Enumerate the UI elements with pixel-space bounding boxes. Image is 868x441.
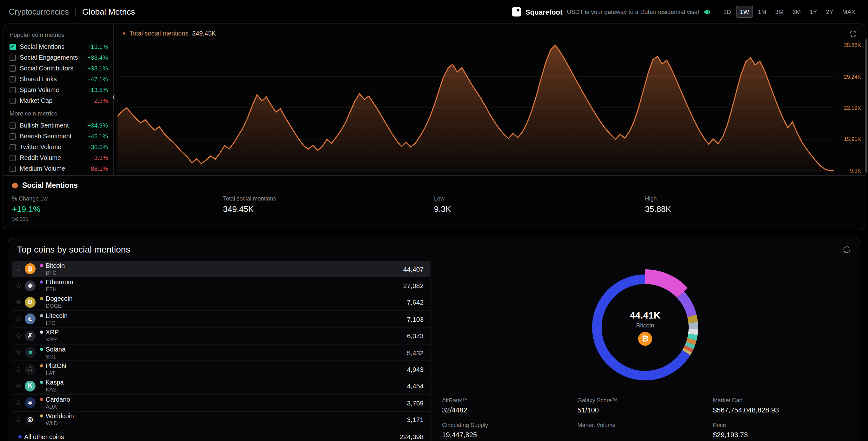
coin-row-cardano[interactable]: ☆ ∗ CardanoADA 3,769	[12, 395, 430, 411]
coin-row-ethereum[interactable]: ☆ ◆ EthereumETH 27,082	[12, 278, 430, 295]
metric-change: +45.1%	[87, 133, 108, 140]
metric-label: Spam Volume	[20, 86, 84, 93]
checkbox[interactable]: ✓	[9, 87, 16, 93]
coin-logo-dogecoin: Ð	[25, 297, 36, 308]
checkbox[interactable]: ✓	[9, 122, 16, 129]
coin-name: All other coins	[24, 433, 64, 440]
sidebar-item-bearish-sentiment[interactable]: ✓ Bearish Sentiment +45.1%	[9, 131, 113, 141]
metrics-sidebar: Popular coin metrics ✓ Social Mentions +…	[3, 24, 114, 175]
coin-name: Litecoin	[46, 312, 68, 319]
sidebar-item-bullish-sentiment[interactable]: ✓ Bullish Sentiment +34.9%	[9, 120, 113, 131]
area-chart[interactable]	[118, 43, 834, 173]
favorite-star-icon[interactable]: ☆	[13, 315, 24, 323]
sidebar-item-social-mentions[interactable]: ✓ Social Mentions +19.1%	[9, 41, 113, 52]
favorite-star-icon[interactable]: ☆	[13, 365, 24, 373]
stat-label: Galaxy Score™	[578, 397, 713, 404]
compare-icon[interactable]	[843, 245, 851, 253]
donut-chart[interactable]: 44.41K Bitcoin ₿	[585, 267, 706, 388]
stat-price: Price $29,193.73	[713, 422, 848, 438]
series-dot-icon	[12, 182, 18, 188]
favorite-star-icon[interactable]: ☆	[13, 382, 24, 390]
sidebar-item-twitter-volume[interactable]: ✓ Twitter Volume +35.5%	[9, 141, 113, 152]
promo-icon	[704, 8, 711, 15]
stat-value: 9.3K	[434, 204, 645, 214]
coin-mentions-value: 3,171	[407, 416, 424, 423]
coin-row-platon[interactable]: ☆ ∴ PlatONLAT 4,943	[12, 361, 430, 378]
range-3m[interactable]: 3M	[772, 6, 787, 18]
range-max[interactable]: MAX	[838, 6, 859, 18]
checkbox[interactable]: ✓	[9, 43, 16, 50]
stat-market-volume: Market Volume	[578, 422, 713, 438]
metric-label: Reddit Volume	[20, 154, 88, 161]
range-2y[interactable]: 2Y	[822, 6, 837, 18]
range-1m[interactable]: 1M	[754, 6, 770, 18]
sponsor-message[interactable]: USDT is your gateway to a Dubai resident…	[567, 8, 699, 15]
coin-row-worldcoin[interactable]: ☆ ◎ WorldcoinWLD 3,171	[12, 411, 430, 428]
coin-symbol: BTC	[40, 269, 65, 276]
checkbox[interactable]: ✓	[9, 133, 16, 139]
range-1d[interactable]: 1D	[719, 6, 735, 18]
coin-row-solana[interactable]: ☆ ≡ SolanaSOL 5,432	[12, 344, 430, 361]
sidebar-item-reddit-volume[interactable]: ✓ Reddit Volume -3.9%	[9, 152, 113, 163]
stat-value: 32/4482	[442, 406, 578, 414]
coin-symbol: LTC	[40, 320, 68, 326]
series-color-dot	[40, 331, 43, 334]
coin-symbol: SOL	[40, 353, 65, 360]
range-1y[interactable]: 1Y	[806, 6, 821, 18]
mentions-chart-area[interactable]: ● Total social mentions 349.45K	[114, 24, 865, 175]
metric-change: +35.5%	[87, 143, 108, 150]
sidebar-item-social-engagements[interactable]: ✓ Social Engagements +33.4%	[9, 52, 113, 63]
checkbox[interactable]: ✓	[9, 54, 16, 61]
sidebar-item-medium-volume[interactable]: ✓ Medium Volume -88.1%	[9, 163, 113, 174]
coin-symbol: XRP	[40, 337, 59, 343]
stat-low: Low 9.3K	[434, 196, 645, 222]
favorite-star-icon[interactable]: ☆	[13, 281, 24, 290]
checkbox[interactable]: ✓	[9, 97, 16, 104]
coin-logo-bitcoin: ₿	[25, 263, 36, 274]
checkbox[interactable]: ✓	[9, 144, 16, 150]
favorite-star-icon[interactable]: ☆	[13, 298, 24, 306]
sidebar-item-social-contributors[interactable]: ✓ Social Contributors +33.1%	[9, 63, 113, 74]
breadcrumb-cryptocurrencies[interactable]: Cryptocurrencies	[9, 7, 69, 16]
checkbox[interactable]: ✓	[9, 65, 16, 71]
stat-value: $567,754,048,828.93	[713, 406, 848, 414]
sidebar-item-spam-volume[interactable]: ✓ Spam Volume +13.5%	[9, 84, 113, 95]
sidebar-item-market-cap[interactable]: ✓ Market Cap -2.9%	[9, 95, 113, 106]
sidebar-collapse-button[interactable]: ‹	[109, 89, 118, 104]
coin-row-bitcoin[interactable]: ☆ ₿ BitcoinBTC 44,407	[12, 261, 430, 278]
stat-label: % Change 1w	[12, 196, 223, 202]
stat-sub-value: 56,031	[12, 216, 223, 222]
coin-list: ☆ ₿ BitcoinBTC 44,407 ☆ ◆ EthereumETH 27…	[8, 260, 431, 441]
coin-row-kaspa[interactable]: ☆ K KaspaKAS 4,454	[12, 378, 430, 395]
favorite-star-icon[interactable]: ☆	[13, 332, 24, 340]
checkbox[interactable]: ✓	[9, 155, 16, 161]
coin-row-dogecoin[interactable]: ☆ Ð DogecoinDOGE 7,642	[12, 295, 430, 311]
metric-change: +33.1%	[87, 65, 108, 72]
y-axis-label: 22.59K	[844, 105, 861, 111]
stat-label: Low	[434, 196, 645, 202]
checkbox[interactable]: ✓	[9, 165, 16, 172]
coin-logo-platon: ∴	[25, 364, 36, 375]
series-color-dot	[40, 414, 43, 417]
range-6m[interactable]: 6M	[788, 6, 805, 18]
metric-label: Social Engagements	[20, 54, 84, 61]
coin-symbol: DOGE	[40, 303, 73, 309]
favorite-star-icon[interactable]: ☆	[13, 399, 24, 407]
favorite-star-icon[interactable]: ☆	[13, 348, 24, 357]
favorite-star-icon[interactable]: ☆	[13, 415, 24, 423]
favorite-star-icon[interactable]: ☆	[13, 265, 24, 273]
stat-label: Market Cap	[713, 397, 848, 404]
sponsor-name[interactable]: Squarefoot	[525, 8, 562, 15]
range-1w[interactable]: 1W	[736, 6, 753, 18]
stat-value: +19.1%	[12, 204, 223, 214]
stat-label: Total social mentions	[223, 196, 434, 202]
coin-row-xrp[interactable]: ☆ ✗ XRPXRP 6,373	[12, 328, 430, 344]
scrollbar-thumb[interactable]	[865, 39, 867, 173]
coin-row-litecoin[interactable]: ☆ Ł LitecoinLTC 7,103	[12, 311, 430, 328]
checkbox[interactable]: ✓	[9, 76, 16, 82]
coin-row-all-other-coins[interactable]: All other coins 224,398	[12, 428, 430, 441]
sidebar-item-shared-links[interactable]: ✓ Shared Links +47.1%	[9, 74, 113, 84]
series-color-dot	[40, 364, 43, 367]
compare-icon[interactable]	[849, 30, 857, 38]
coin-logo-worldcoin: ◎	[25, 414, 36, 425]
